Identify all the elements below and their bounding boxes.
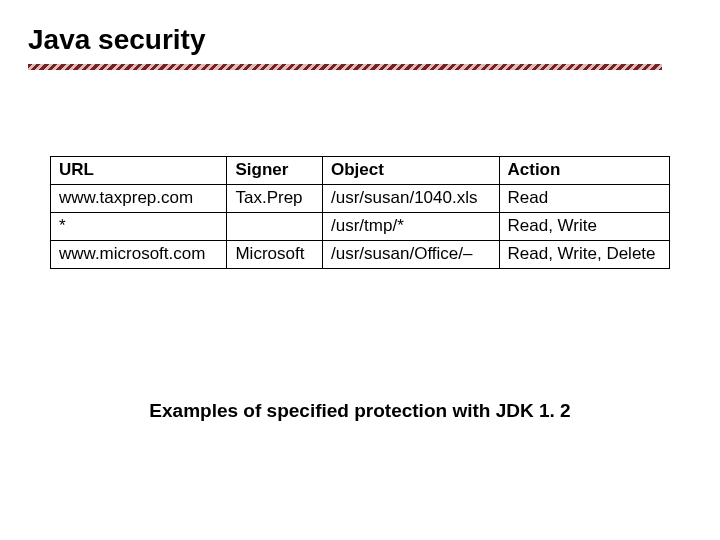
cell-signer: Tax.Prep [227,185,323,213]
cell-action: Read, Write [499,213,670,241]
table-row: www.microsoft.com Microsoft /usr/susan/O… [51,241,670,269]
header-signer: Signer [227,157,323,185]
title-divider [28,64,662,70]
cell-action: Read, Write, Delete [499,241,670,269]
table-header-row: URL Signer Object Action [51,157,670,185]
page-title: Java security [28,24,205,56]
cell-signer: Microsoft [227,241,323,269]
cell-signer [227,213,323,241]
cell-url: www.taxprep.com [51,185,227,213]
header-url: URL [51,157,227,185]
cell-url: www.microsoft.com [51,241,227,269]
table-row: www.taxprep.com Tax.Prep /usr/susan/1040… [51,185,670,213]
cell-action: Read [499,185,670,213]
cell-object: /usr/tmp/* [323,213,499,241]
cell-object: /usr/susan/1040.xls [323,185,499,213]
table-row: * /usr/tmp/* Read, Write [51,213,670,241]
header-action: Action [499,157,670,185]
header-object: Object [323,157,499,185]
cell-url: * [51,213,227,241]
caption: Examples of specified protection with JD… [0,400,720,422]
cell-object: /usr/susan/Office/– [323,241,499,269]
permissions-table: URL Signer Object Action www.taxprep.com… [50,156,670,269]
